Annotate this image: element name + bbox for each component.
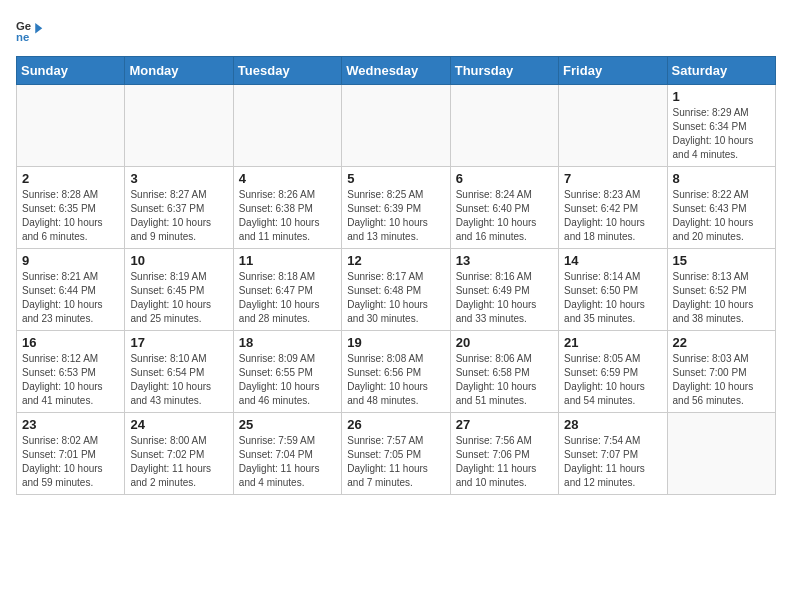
day-number: 7 — [564, 171, 661, 186]
day-info: Sunrise: 8:24 AM Sunset: 6:40 PM Dayligh… — [456, 188, 553, 244]
calendar-cell: 25Sunrise: 7:59 AM Sunset: 7:04 PM Dayli… — [233, 413, 341, 495]
day-info: Sunrise: 8:02 AM Sunset: 7:01 PM Dayligh… — [22, 434, 119, 490]
day-number: 25 — [239, 417, 336, 432]
day-info: Sunrise: 8:12 AM Sunset: 6:53 PM Dayligh… — [22, 352, 119, 408]
day-number: 15 — [673, 253, 770, 268]
calendar-cell: 18Sunrise: 8:09 AM Sunset: 6:55 PM Dayli… — [233, 331, 341, 413]
day-number: 17 — [130, 335, 227, 350]
day-number: 1 — [673, 89, 770, 104]
day-info: Sunrise: 8:17 AM Sunset: 6:48 PM Dayligh… — [347, 270, 444, 326]
calendar-cell: 28Sunrise: 7:54 AM Sunset: 7:07 PM Dayli… — [559, 413, 667, 495]
day-number: 4 — [239, 171, 336, 186]
day-info: Sunrise: 8:19 AM Sunset: 6:45 PM Dayligh… — [130, 270, 227, 326]
day-number: 3 — [130, 171, 227, 186]
day-number: 21 — [564, 335, 661, 350]
weekday-header-monday: Monday — [125, 57, 233, 85]
day-number: 6 — [456, 171, 553, 186]
day-info: Sunrise: 8:26 AM Sunset: 6:38 PM Dayligh… — [239, 188, 336, 244]
calendar-cell — [559, 85, 667, 167]
calendar-cell: 12Sunrise: 8:17 AM Sunset: 6:48 PM Dayli… — [342, 249, 450, 331]
day-info: Sunrise: 8:29 AM Sunset: 6:34 PM Dayligh… — [673, 106, 770, 162]
day-info: Sunrise: 8:03 AM Sunset: 7:00 PM Dayligh… — [673, 352, 770, 408]
weekday-header-wednesday: Wednesday — [342, 57, 450, 85]
day-number: 19 — [347, 335, 444, 350]
day-info: Sunrise: 7:57 AM Sunset: 7:05 PM Dayligh… — [347, 434, 444, 490]
calendar-cell: 7Sunrise: 8:23 AM Sunset: 6:42 PM Daylig… — [559, 167, 667, 249]
day-info: Sunrise: 7:59 AM Sunset: 7:04 PM Dayligh… — [239, 434, 336, 490]
day-number: 16 — [22, 335, 119, 350]
calendar-cell: 19Sunrise: 8:08 AM Sunset: 6:56 PM Dayli… — [342, 331, 450, 413]
calendar-cell: 1Sunrise: 8:29 AM Sunset: 6:34 PM Daylig… — [667, 85, 775, 167]
calendar-cell: 17Sunrise: 8:10 AM Sunset: 6:54 PM Dayli… — [125, 331, 233, 413]
weekday-header-tuesday: Tuesday — [233, 57, 341, 85]
calendar-cell: 27Sunrise: 7:56 AM Sunset: 7:06 PM Dayli… — [450, 413, 558, 495]
calendar-cell: 20Sunrise: 8:06 AM Sunset: 6:58 PM Dayli… — [450, 331, 558, 413]
calendar-cell: 21Sunrise: 8:05 AM Sunset: 6:59 PM Dayli… — [559, 331, 667, 413]
day-info: Sunrise: 8:27 AM Sunset: 6:37 PM Dayligh… — [130, 188, 227, 244]
calendar-cell: 4Sunrise: 8:26 AM Sunset: 6:38 PM Daylig… — [233, 167, 341, 249]
calendar-cell: 8Sunrise: 8:22 AM Sunset: 6:43 PM Daylig… — [667, 167, 775, 249]
calendar-cell — [233, 85, 341, 167]
calendar-cell: 10Sunrise: 8:19 AM Sunset: 6:45 PM Dayli… — [125, 249, 233, 331]
page-header: Ge ne — [16, 16, 776, 44]
day-info: Sunrise: 8:06 AM Sunset: 6:58 PM Dayligh… — [456, 352, 553, 408]
day-number: 22 — [673, 335, 770, 350]
logo-icon: Ge ne — [16, 16, 44, 44]
weekday-header-friday: Friday — [559, 57, 667, 85]
logo: Ge ne — [16, 16, 48, 44]
day-info: Sunrise: 8:05 AM Sunset: 6:59 PM Dayligh… — [564, 352, 661, 408]
calendar-cell: 23Sunrise: 8:02 AM Sunset: 7:01 PM Dayli… — [17, 413, 125, 495]
calendar-cell: 24Sunrise: 8:00 AM Sunset: 7:02 PM Dayli… — [125, 413, 233, 495]
day-number: 26 — [347, 417, 444, 432]
day-number: 23 — [22, 417, 119, 432]
weekday-header-saturday: Saturday — [667, 57, 775, 85]
day-info: Sunrise: 7:56 AM Sunset: 7:06 PM Dayligh… — [456, 434, 553, 490]
day-number: 2 — [22, 171, 119, 186]
day-number: 9 — [22, 253, 119, 268]
day-info: Sunrise: 8:18 AM Sunset: 6:47 PM Dayligh… — [239, 270, 336, 326]
calendar-cell — [667, 413, 775, 495]
calendar-cell — [125, 85, 233, 167]
calendar-cell: 15Sunrise: 8:13 AM Sunset: 6:52 PM Dayli… — [667, 249, 775, 331]
day-info: Sunrise: 8:22 AM Sunset: 6:43 PM Dayligh… — [673, 188, 770, 244]
day-number: 13 — [456, 253, 553, 268]
calendar-cell: 9Sunrise: 8:21 AM Sunset: 6:44 PM Daylig… — [17, 249, 125, 331]
day-number: 11 — [239, 253, 336, 268]
calendar-cell — [342, 85, 450, 167]
day-number: 5 — [347, 171, 444, 186]
day-number: 24 — [130, 417, 227, 432]
calendar-table: SundayMondayTuesdayWednesdayThursdayFrid… — [16, 56, 776, 495]
calendar-cell: 5Sunrise: 8:25 AM Sunset: 6:39 PM Daylig… — [342, 167, 450, 249]
calendar-week-4: 16Sunrise: 8:12 AM Sunset: 6:53 PM Dayli… — [17, 331, 776, 413]
day-info: Sunrise: 7:54 AM Sunset: 7:07 PM Dayligh… — [564, 434, 661, 490]
day-info: Sunrise: 8:00 AM Sunset: 7:02 PM Dayligh… — [130, 434, 227, 490]
day-number: 20 — [456, 335, 553, 350]
day-info: Sunrise: 8:25 AM Sunset: 6:39 PM Dayligh… — [347, 188, 444, 244]
weekday-header-thursday: Thursday — [450, 57, 558, 85]
day-info: Sunrise: 8:21 AM Sunset: 6:44 PM Dayligh… — [22, 270, 119, 326]
day-number: 27 — [456, 417, 553, 432]
weekday-header-row: SundayMondayTuesdayWednesdayThursdayFrid… — [17, 57, 776, 85]
calendar-week-3: 9Sunrise: 8:21 AM Sunset: 6:44 PM Daylig… — [17, 249, 776, 331]
day-number: 10 — [130, 253, 227, 268]
day-info: Sunrise: 8:16 AM Sunset: 6:49 PM Dayligh… — [456, 270, 553, 326]
calendar-cell — [17, 85, 125, 167]
day-info: Sunrise: 8:10 AM Sunset: 6:54 PM Dayligh… — [130, 352, 227, 408]
calendar-week-2: 2Sunrise: 8:28 AM Sunset: 6:35 PM Daylig… — [17, 167, 776, 249]
day-info: Sunrise: 8:13 AM Sunset: 6:52 PM Dayligh… — [673, 270, 770, 326]
day-info: Sunrise: 8:14 AM Sunset: 6:50 PM Dayligh… — [564, 270, 661, 326]
calendar-cell — [450, 85, 558, 167]
day-number: 8 — [673, 171, 770, 186]
day-info: Sunrise: 8:23 AM Sunset: 6:42 PM Dayligh… — [564, 188, 661, 244]
day-info: Sunrise: 8:09 AM Sunset: 6:55 PM Dayligh… — [239, 352, 336, 408]
day-number: 28 — [564, 417, 661, 432]
calendar-week-5: 23Sunrise: 8:02 AM Sunset: 7:01 PM Dayli… — [17, 413, 776, 495]
day-number: 12 — [347, 253, 444, 268]
day-info: Sunrise: 8:28 AM Sunset: 6:35 PM Dayligh… — [22, 188, 119, 244]
day-number: 14 — [564, 253, 661, 268]
calendar-cell: 6Sunrise: 8:24 AM Sunset: 6:40 PM Daylig… — [450, 167, 558, 249]
calendar-cell: 26Sunrise: 7:57 AM Sunset: 7:05 PM Dayli… — [342, 413, 450, 495]
day-number: 18 — [239, 335, 336, 350]
calendar-cell: 3Sunrise: 8:27 AM Sunset: 6:37 PM Daylig… — [125, 167, 233, 249]
calendar-cell: 13Sunrise: 8:16 AM Sunset: 6:49 PM Dayli… — [450, 249, 558, 331]
